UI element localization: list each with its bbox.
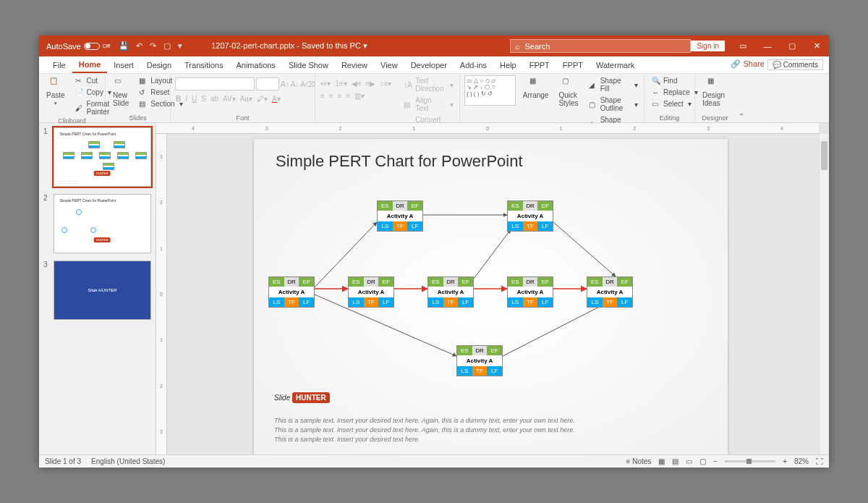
tab-view[interactable]: View	[374, 58, 404, 72]
undo-icon[interactable]: ↶	[136, 41, 142, 51]
tab-slideshow[interactable]: Slide Show	[282, 58, 335, 72]
tab-animations[interactable]: Animations	[229, 58, 281, 72]
tab-insert[interactable]: Insert	[107, 58, 140, 72]
zoom-out-icon[interactable]: −	[713, 457, 718, 465]
pert-node[interactable]: ESDREFActivity ALSTFLF	[268, 276, 315, 308]
scrollbar-vertical[interactable]	[819, 134, 829, 455]
slide-counter[interactable]: Slide 1 of 3	[45, 457, 81, 465]
slide-title[interactable]: Simple PERT Chart for PowerPoint	[276, 152, 523, 171]
bullets-button[interactable]: •≡▾	[320, 80, 331, 88]
view-normal-icon[interactable]: ▦	[658, 457, 665, 465]
align-right-button[interactable]: ≡	[337, 92, 343, 100]
search-icon: ⌕	[515, 42, 520, 51]
comments-button[interactable]: 💬 Comments	[767, 59, 823, 70]
share-button[interactable]: 🔗 Share	[731, 59, 764, 70]
spacing-button[interactable]: AV▾	[222, 95, 237, 103]
thumbnail-3[interactable]: 3 Slide HUNTER	[43, 261, 151, 320]
collapse-ribbon-icon[interactable]: ⌃	[735, 74, 748, 122]
signin-button[interactable]: Sign in	[691, 41, 725, 51]
font-color-button[interactable]: A▾	[271, 95, 281, 103]
line-spacing-button[interactable]: ↕≡▾	[379, 80, 392, 88]
pert-node[interactable]: ESDREFActivity ALSTFLF	[456, 345, 503, 376]
select-button[interactable]: ▭Select ▾	[649, 98, 699, 109]
minimize-icon[interactable]: —	[755, 35, 780, 56]
tab-watermark[interactable]: Watermark	[590, 58, 641, 72]
tab-file[interactable]: File	[46, 58, 72, 72]
indent-inc-button[interactable]: ≡▶	[365, 80, 377, 88]
pert-node[interactable]: ESDREFActivity ALSTFLF	[587, 276, 633, 308]
quick-access-toolbar: 💾 ↶ ↷ ▢ ▾	[119, 41, 182, 51]
increase-font-icon[interactable]: A↑	[281, 80, 289, 88]
paste-button[interactable]: 📋 Paste ▾	[43, 75, 68, 108]
pert-node[interactable]: ESDREFActivity ALSTFLF	[348, 276, 394, 308]
zoom-slider[interactable]	[725, 460, 775, 462]
indent-dec-button[interactable]: ◀≡	[351, 80, 362, 88]
strike-button[interactable]: S	[200, 95, 207, 103]
qat-more-icon[interactable]: ▾	[178, 41, 182, 51]
slide-canvas[interactable]: Simple PERT Chart for PowerPoint	[254, 139, 728, 455]
view-sorter-icon[interactable]: ▤	[672, 457, 678, 465]
bold-button[interactable]: B	[175, 95, 182, 103]
view-slideshow-icon[interactable]: ▢	[699, 457, 706, 465]
filename-dropdown-icon[interactable]: ▾	[363, 41, 367, 50]
autosave-toggle[interactable]: AutoSave Off	[46, 42, 110, 51]
tab-design[interactable]: Design	[140, 58, 178, 72]
redo-icon[interactable]: ↷	[150, 41, 156, 51]
columns-button[interactable]: ▥▾	[354, 92, 365, 100]
shapes-gallery[interactable]: ▭ △ ○ ◇ ▱↘ ↗ ↓ ⬡ ☆{ } ( ) ↻ ↺	[464, 75, 516, 106]
case-button[interactable]: Aa▾	[239, 95, 253, 103]
present-icon[interactable]: ▢	[163, 41, 171, 51]
thumbnail-panel[interactable]: 1 Simple PERT Chart for PowerPoint HUNTE…	[39, 123, 156, 455]
scroll-thumb[interactable]	[821, 141, 827, 170]
text-direction-button[interactable]: ↕AText Direction ▾	[401, 75, 455, 94]
replace-button[interactable]: ↔Replace ▾	[649, 87, 699, 98]
fit-slide-icon[interactable]: ⛶	[816, 457, 823, 465]
shadow-button[interactable]: ab	[210, 95, 219, 103]
tab-developer[interactable]: Developer	[404, 58, 454, 72]
thumbnail-2[interactable]: 2 Simple PERT Chart for PowerPoint HUNTE…	[43, 194, 151, 253]
tab-help[interactable]: Help	[493, 58, 523, 72]
new-slide-button[interactable]: ▭ New Slide	[110, 75, 132, 109]
pert-node[interactable]: ESDREFActivity ALSTFLF	[377, 200, 423, 232]
search-box[interactable]: ⌕ Search	[510, 39, 691, 53]
tab-fppt-2[interactable]: FPPT	[556, 58, 590, 72]
tab-review[interactable]: Review	[335, 58, 374, 72]
tab-addins[interactable]: Add-ins	[454, 58, 493, 72]
arrange-button[interactable]: ▦Arrange	[520, 75, 552, 101]
ribbon-mode-icon[interactable]: ▭	[731, 35, 755, 56]
tab-home[interactable]: Home	[72, 57, 108, 73]
clear-format-icon[interactable]: A⌫	[300, 80, 315, 88]
justify-button[interactable]: ≡	[346, 92, 352, 100]
underline-button[interactable]: U	[191, 95, 197, 103]
decrease-font-icon[interactable]: A↓	[291, 80, 299, 88]
zoom-value[interactable]: 82%	[794, 457, 809, 465]
highlight-button[interactable]: 🖍▾	[256, 95, 268, 103]
italic-button[interactable]: I	[184, 95, 188, 103]
align-center-button[interactable]: ≡	[328, 92, 334, 100]
numbering-button[interactable]: 1≡▾	[334, 80, 347, 88]
view-reading-icon[interactable]: ▭	[686, 457, 692, 465]
align-text-button[interactable]: ▤Align Text ▾	[401, 95, 455, 114]
align-left-button[interactable]: ≡	[320, 92, 326, 100]
thumbnail-1[interactable]: 1 Simple PERT Chart for PowerPoint HUNTE…	[43, 127, 151, 187]
sample-text[interactable]: This is a sample text. Insert your desir…	[274, 416, 707, 444]
pert-node[interactable]: ESDREFActivity ALSTFLF	[427, 276, 474, 308]
shape-outline-button[interactable]: ▢Shape Outline ▾	[586, 95, 639, 114]
design-ideas-button[interactable]: ▦Design Ideas	[699, 75, 728, 109]
pert-node[interactable]: ESDREFActivity ALSTFLF	[507, 276, 553, 308]
find-button[interactable]: 🔍Find	[649, 75, 699, 86]
save-icon[interactable]: 💾	[119, 41, 129, 51]
language-status[interactable]: English (United States)	[91, 457, 165, 465]
notes-button[interactable]: ≡ Notes	[626, 457, 652, 465]
font-size-select[interactable]	[256, 77, 279, 90]
close-icon[interactable]: ✕	[804, 35, 829, 56]
group-font: A↑ A↓ A⌫ B I U S ab AV▾ Aa▾ 🖍▾ A▾ Font	[171, 74, 315, 122]
shape-fill-button[interactable]: ◢Shape Fill ▾	[586, 75, 639, 94]
font-family-select[interactable]	[175, 77, 255, 90]
quick-styles-button[interactable]: ▢Quick Styles	[556, 75, 581, 109]
tab-transitions[interactable]: Transitions	[178, 58, 229, 72]
tab-fppt-1[interactable]: FPPT	[523, 58, 556, 72]
maximize-icon[interactable]: ▢	[780, 35, 804, 56]
zoom-in-icon[interactable]: +	[783, 457, 787, 465]
pert-node[interactable]: ESDREFActivity ALSTFLF	[507, 200, 553, 232]
